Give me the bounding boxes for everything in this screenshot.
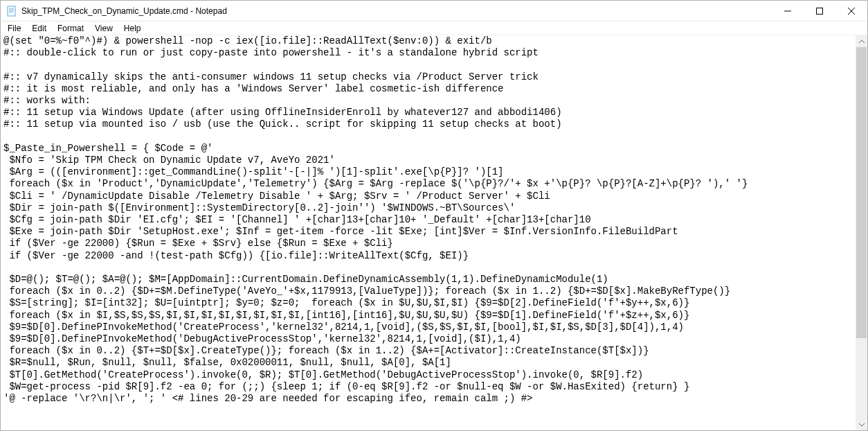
menu-edit[interactable]: Edit	[26, 22, 52, 35]
scroll-thumb[interactable]	[856, 47, 867, 338]
menu-view[interactable]: View	[89, 22, 118, 35]
scroll-up-icon[interactable]	[856, 35, 867, 47]
scroll-down-icon[interactable]	[856, 419, 867, 430]
close-button[interactable]	[835, 1, 867, 21]
window-controls	[772, 1, 867, 21]
titlebar: Skip_TPM_Check_on_Dynamic_Update.cmd - N…	[1, 1, 867, 21]
vertical-scrollbar[interactable]	[856, 35, 867, 430]
menu-help[interactable]: Help	[118, 22, 147, 35]
notepad-icon	[6, 6, 17, 17]
minimize-button[interactable]	[772, 1, 804, 21]
menubar: File Edit Format View Help	[1, 21, 867, 35]
svg-rect-6	[817, 8, 823, 14]
menu-format[interactable]: Format	[52, 22, 89, 35]
window-title: Skip_TPM_Check_on_Dynamic_Update.cmd - N…	[21, 6, 772, 16]
maximize-button[interactable]	[804, 1, 835, 21]
editor-area: @(set "0=%~f0"^)#) & powershell -nop -c …	[1, 35, 867, 430]
menu-file[interactable]: File	[2, 22, 26, 35]
text-editor[interactable]: @(set "0=%~f0"^)#) & powershell -nop -c …	[1, 35, 856, 430]
